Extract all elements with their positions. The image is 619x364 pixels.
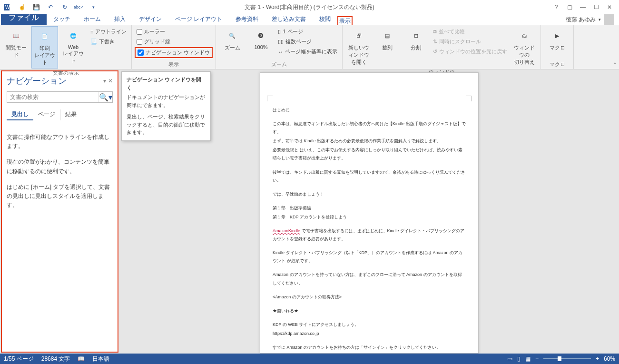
tab-mailings[interactable]: 差し込み文書 <box>265 14 313 25</box>
split-button[interactable]: ⊟分割 <box>403 26 429 53</box>
window-title: 文書 1 - Word(非商用目的) (ライセンスのない製品) <box>245 3 374 11</box>
search-icon[interactable]: 🔍▾ <box>98 92 112 102</box>
doc-line: この本は、極悪道でキンドル出版したい初心者の方へ向けた【Kindle 出版手順の… <box>273 120 466 136</box>
save-icon[interactable]: 💾 <box>30 1 42 13</box>
tab-insert[interactable]: 挿入 <box>108 14 132 25</box>
status-bar: 1/55 ページ 28684 文字 📖 日本語 ▭ ▯ ▦ − + 60% <box>0 354 619 364</box>
nav-tab-headings[interactable]: 見出し <box>7 109 33 120</box>
doc-line: ★図いれる★ <box>273 307 466 315</box>
ruler-checkbox[interactable]: ルーラー <box>135 27 167 36</box>
view-web-layout-icon[interactable]: ▦ <box>525 355 531 362</box>
draft-button[interactable]: 📃下書き <box>88 37 128 46</box>
minimize-icon[interactable]: — <box>577 2 589 12</box>
doc-line: まず、前半では Kindle 出版するための必要最低限の作業手順を図解入りで解説… <box>273 137 466 145</box>
group-document-views: 📖閲覧モード 📄印刷 レイアウト 🌐Web レイアウト ≡アウトライン 📃下書き… <box>0 25 132 69</box>
read-mode-button[interactable]: 📖閲覧モード <box>3 26 29 60</box>
nav-msg-3: はじめに [ホーム] タブを選択して、文書の見出しに見出しスタイルを適用します。 <box>7 183 113 210</box>
svg-text:W: W <box>5 5 10 10</box>
arrange-all-button[interactable]: ▤整列 <box>374 26 401 53</box>
quick-access-toolbar: W ☝ 💾 ↶ ↻ abc✓ ▾ <box>0 1 99 13</box>
status-language[interactable]: 日本語 <box>92 355 109 363</box>
group-label-show: 表示 <box>135 60 213 69</box>
collapse-ribbon-icon[interactable]: ˄ <box>614 62 616 67</box>
doc-line: 後半では、キンドル出版に関する豆知を説明していますので、余裕がある時にゆっくり読… <box>273 168 466 185</box>
multi-page-button[interactable]: ▯▯複数ページ <box>276 37 339 46</box>
group-zoom: 🔍ズーム ⓿100% ▯1 ページ ▯▯複数ページ ↔ページ幅を基準に表示 ズー… <box>216 25 343 69</box>
new-window-icon: 🗗 <box>351 28 366 43</box>
tab-home[interactable]: ホーム <box>77 14 108 25</box>
spellcheck-icon[interactable]: abc✓ <box>73 1 85 13</box>
work-area: ナビゲーション ▾ ✕ 🔍▾ 見出し ページ 結果 文書に操作可能なアウトライン… <box>0 69 619 354</box>
nav-pane-tabs: 見出し ページ 結果 <box>7 109 113 120</box>
nav-tab-results[interactable]: 結果 <box>60 109 81 120</box>
outline-button[interactable]: ≡アウトライン <box>88 27 128 36</box>
nav-pane-body: 文書に操作可能なアウトラインを作成します。 現在の位置がわかり、コンテンツを簡単… <box>7 133 113 216</box>
read-mode-icon: 📖 <box>9 28 24 43</box>
ribbon-display-icon[interactable]: ▢ <box>564 2 575 12</box>
nav-pane-dropdown-icon[interactable]: ▾ <box>103 78 106 84</box>
tab-page-layout[interactable]: ページ レイアウト <box>168 14 229 25</box>
ribbon: 📖閲覧モード 📄印刷 レイアウト 🌐Web レイアウト ≡アウトライン 📃下書き… <box>0 25 619 69</box>
status-word-count[interactable]: 28684 文字 <box>41 355 70 363</box>
page-width-icon: ↔ <box>278 49 283 55</box>
doc-line: Amazon のアカウントを持っていない方は、まずこのフローに沿って Amazo… <box>273 271 466 287</box>
doc-line: すでに Amazon のアカウントをお持ちの方は「サインイン」をクリックしてくだ… <box>273 344 466 352</box>
tab-references[interactable]: 参考資料 <box>229 14 265 25</box>
nav-tab-pages[interactable]: ページ <box>33 109 60 120</box>
new-window-button[interactable]: 🗗新しいウィンドウ を開く <box>345 26 372 68</box>
tab-design[interactable]: デザイン <box>132 14 168 25</box>
search-input[interactable] <box>7 92 98 102</box>
tooltip-line2: 見出し、ページ、検索結果をクリックすると、目的の箇所に移動できます。 <box>127 113 206 137</box>
one-page-button[interactable]: ▯1 ページ <box>276 27 339 36</box>
tab-touch[interactable]: タッチ <box>47 14 77 25</box>
tab-view[interactable]: 表示 <box>337 16 353 25</box>
page-width-button[interactable]: ↔ページ幅を基準に表示 <box>276 47 339 56</box>
navigation-pane-checkbox[interactable]: ナビゲーション ウィンドウ <box>135 47 213 58</box>
view-read-mode-icon[interactable]: ▭ <box>507 355 512 362</box>
zoom-in-icon[interactable]: + <box>596 355 599 362</box>
zoom-slider[interactable] <box>543 358 591 359</box>
maximize-icon[interactable]: ☐ <box>590 2 602 12</box>
status-proofing-icon[interactable]: 📖 <box>78 355 85 362</box>
web-layout-button[interactable]: 🌐Web レイアウト <box>60 26 87 66</box>
user-dropdown-icon: ▾ <box>599 17 601 22</box>
gridlines-checkbox[interactable]: グリッド線 <box>135 37 172 46</box>
doc-line: https://kdp.amazon.co.jp <box>273 330 466 338</box>
doc-line: 必要最低限と はいえ、この本でお伝えする内容にしっかり取り組んでいただければ、読… <box>273 146 466 162</box>
zoom-out-icon[interactable]: − <box>535 355 539 362</box>
ribbon-tabs: ファイル タッチ ホーム 挿入 デザイン ページ レイアウト 参考資料 差し込み… <box>0 14 619 25</box>
side-by-side-icon: ⧉ <box>433 29 437 35</box>
help-icon[interactable]: ? <box>550 2 562 12</box>
doc-line: AmazonKindle で電子書籍を出版するには、まずはじめに、Kindle … <box>273 227 466 243</box>
title-bar: W ☝ 💾 ↶ ↻ abc✓ ▾ 文書 1 - Word(非商用目的) (ライセ… <box>0 0 619 14</box>
print-layout-button[interactable]: 📄印刷 レイアウト <box>31 26 58 69</box>
view-print-layout-icon[interactable]: ▯ <box>517 355 521 362</box>
nav-search-box[interactable]: 🔍▾ <box>7 91 113 103</box>
tab-review[interactable]: 校閲 <box>313 14 337 25</box>
doc-line: では、早速始めましょう！ <box>273 190 466 198</box>
close-icon[interactable]: ✕ <box>604 2 615 12</box>
group-label-zoom: ズーム <box>219 60 339 69</box>
zoom-level[interactable]: 60% <box>604 355 615 362</box>
touch-mode-icon[interactable]: ☝ <box>16 1 28 13</box>
status-page[interactable]: 1/55 ページ <box>4 355 34 363</box>
undo-icon[interactable]: ↶ <box>45 1 56 13</box>
qat-customize-icon[interactable]: ▾ <box>88 1 99 13</box>
zoom-100-button[interactable]: ⓿100% <box>247 26 274 52</box>
document-page[interactable]: はじめに この本は、極悪道でキンドル出版したい初心者の方へ向けた【Kindle … <box>260 72 479 354</box>
switch-windows-button[interactable]: 🗂ウィンドウの 切り替え <box>511 26 538 68</box>
multi-page-icon: ▯▯ <box>278 39 284 45</box>
word-app-icon[interactable]: W <box>2 1 13 13</box>
zoom-button[interactable]: 🔍ズーム <box>219 26 246 53</box>
tooltip-title: ナビゲーション ウィンドウを開く <box>127 76 206 91</box>
view-side-by-side-button: ⧉並べて比較 <box>431 27 509 36</box>
redo-icon[interactable]: ↻ <box>59 1 70 13</box>
nav-pane-close-icon[interactable]: ✕ <box>108 78 113 84</box>
nav-msg-2: 現在の位置がわかり、コンテンツを簡単に移動するのに便利です。 <box>7 157 113 176</box>
user-name: 後藤 あゆみ <box>566 16 596 24</box>
zoom-100-icon: ⓿ <box>253 28 268 43</box>
sync-scroll-button: ⇅同時にスクロール <box>431 37 509 46</box>
split-icon: ⊟ <box>408 28 423 43</box>
user-account[interactable]: 後藤 あゆみ ▾ <box>566 14 614 25</box>
macros-button[interactable]: ▶マクロ <box>544 26 570 53</box>
